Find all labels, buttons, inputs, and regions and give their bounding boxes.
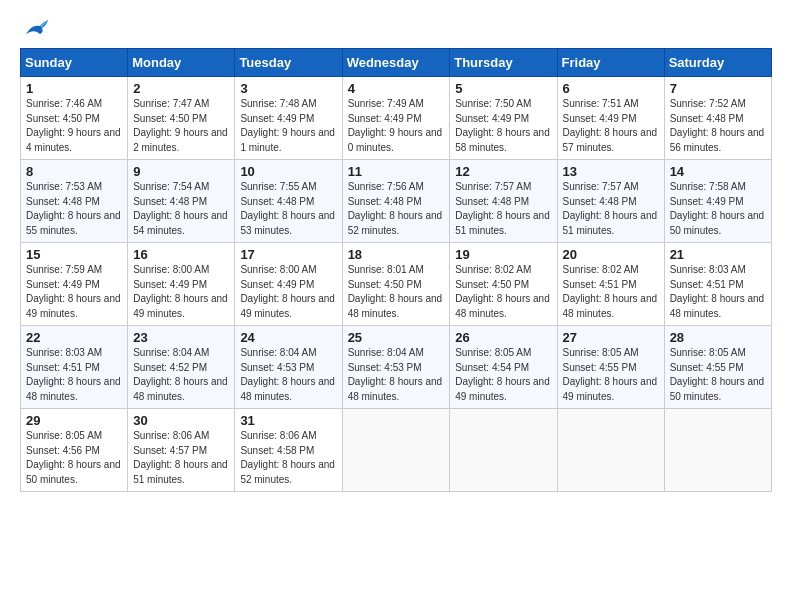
day-info: Sunrise: 7:58 AMSunset: 4:49 PMDaylight:… <box>670 181 765 236</box>
day-number: 1 <box>26 81 122 96</box>
day-info: Sunrise: 7:52 AMSunset: 4:48 PMDaylight:… <box>670 98 765 153</box>
day-info: Sunrise: 8:05 AMSunset: 4:55 PMDaylight:… <box>670 347 765 402</box>
day-info: Sunrise: 7:57 AMSunset: 4:48 PMDaylight:… <box>455 181 550 236</box>
day-number: 10 <box>240 164 336 179</box>
day-number: 8 <box>26 164 122 179</box>
calendar-cell: 4 Sunrise: 7:49 AMSunset: 4:49 PMDayligh… <box>342 77 450 160</box>
calendar-cell: 2 Sunrise: 7:47 AMSunset: 4:50 PMDayligh… <box>128 77 235 160</box>
day-number: 30 <box>133 413 229 428</box>
day-info: Sunrise: 7:56 AMSunset: 4:48 PMDaylight:… <box>348 181 443 236</box>
day-number: 20 <box>563 247 659 262</box>
day-number: 25 <box>348 330 445 345</box>
calendar-header-row: SundayMondayTuesdayWednesdayThursdayFrid… <box>21 49 772 77</box>
calendar-cell <box>450 409 557 492</box>
calendar-week-2: 8 Sunrise: 7:53 AMSunset: 4:48 PMDayligh… <box>21 160 772 243</box>
day-number: 22 <box>26 330 122 345</box>
calendar-cell: 23 Sunrise: 8:04 AMSunset: 4:52 PMDaylig… <box>128 326 235 409</box>
day-number: 29 <box>26 413 122 428</box>
calendar-cell: 18 Sunrise: 8:01 AMSunset: 4:50 PMDaylig… <box>342 243 450 326</box>
page: SundayMondayTuesdayWednesdayThursdayFrid… <box>0 0 792 502</box>
day-number: 24 <box>240 330 336 345</box>
day-info: Sunrise: 7:51 AMSunset: 4:49 PMDaylight:… <box>563 98 658 153</box>
day-number: 18 <box>348 247 445 262</box>
day-number: 6 <box>563 81 659 96</box>
day-number: 21 <box>670 247 766 262</box>
col-header-thursday: Thursday <box>450 49 557 77</box>
day-number: 16 <box>133 247 229 262</box>
day-info: Sunrise: 8:05 AMSunset: 4:54 PMDaylight:… <box>455 347 550 402</box>
calendar-cell: 17 Sunrise: 8:00 AMSunset: 4:49 PMDaylig… <box>235 243 342 326</box>
day-info: Sunrise: 8:03 AMSunset: 4:51 PMDaylight:… <box>670 264 765 319</box>
col-header-tuesday: Tuesday <box>235 49 342 77</box>
calendar-cell: 13 Sunrise: 7:57 AMSunset: 4:48 PMDaylig… <box>557 160 664 243</box>
calendar-cell: 14 Sunrise: 7:58 AMSunset: 4:49 PMDaylig… <box>664 160 771 243</box>
col-header-wednesday: Wednesday <box>342 49 450 77</box>
day-info: Sunrise: 7:57 AMSunset: 4:48 PMDaylight:… <box>563 181 658 236</box>
day-info: Sunrise: 8:01 AMSunset: 4:50 PMDaylight:… <box>348 264 443 319</box>
calendar-cell: 12 Sunrise: 7:57 AMSunset: 4:48 PMDaylig… <box>450 160 557 243</box>
day-number: 26 <box>455 330 551 345</box>
calendar-cell: 11 Sunrise: 7:56 AMSunset: 4:48 PMDaylig… <box>342 160 450 243</box>
calendar-cell: 24 Sunrise: 8:04 AMSunset: 4:53 PMDaylig… <box>235 326 342 409</box>
day-info: Sunrise: 8:06 AMSunset: 4:58 PMDaylight:… <box>240 430 335 485</box>
day-number: 9 <box>133 164 229 179</box>
calendar-cell: 8 Sunrise: 7:53 AMSunset: 4:48 PMDayligh… <box>21 160 128 243</box>
day-number: 5 <box>455 81 551 96</box>
day-info: Sunrise: 8:02 AMSunset: 4:50 PMDaylight:… <box>455 264 550 319</box>
calendar-cell: 21 Sunrise: 8:03 AMSunset: 4:51 PMDaylig… <box>664 243 771 326</box>
calendar-week-1: 1 Sunrise: 7:46 AMSunset: 4:50 PMDayligh… <box>21 77 772 160</box>
day-number: 14 <box>670 164 766 179</box>
day-number: 13 <box>563 164 659 179</box>
day-number: 23 <box>133 330 229 345</box>
col-header-friday: Friday <box>557 49 664 77</box>
day-info: Sunrise: 7:47 AMSunset: 4:50 PMDaylight:… <box>133 98 228 153</box>
logo-bird-icon <box>22 16 50 38</box>
calendar-cell: 1 Sunrise: 7:46 AMSunset: 4:50 PMDayligh… <box>21 77 128 160</box>
calendar-cell: 16 Sunrise: 8:00 AMSunset: 4:49 PMDaylig… <box>128 243 235 326</box>
col-header-monday: Monday <box>128 49 235 77</box>
day-number: 27 <box>563 330 659 345</box>
calendar-week-5: 29 Sunrise: 8:05 AMSunset: 4:56 PMDaylig… <box>21 409 772 492</box>
day-info: Sunrise: 7:49 AMSunset: 4:49 PMDaylight:… <box>348 98 443 153</box>
logo <box>20 16 50 38</box>
header <box>20 16 772 38</box>
calendar-cell: 3 Sunrise: 7:48 AMSunset: 4:49 PMDayligh… <box>235 77 342 160</box>
calendar-cell: 27 Sunrise: 8:05 AMSunset: 4:55 PMDaylig… <box>557 326 664 409</box>
col-header-saturday: Saturday <box>664 49 771 77</box>
calendar-cell: 7 Sunrise: 7:52 AMSunset: 4:48 PMDayligh… <box>664 77 771 160</box>
col-header-sunday: Sunday <box>21 49 128 77</box>
day-info: Sunrise: 8:05 AMSunset: 4:56 PMDaylight:… <box>26 430 121 485</box>
calendar-cell: 30 Sunrise: 8:06 AMSunset: 4:57 PMDaylig… <box>128 409 235 492</box>
day-info: Sunrise: 7:53 AMSunset: 4:48 PMDaylight:… <box>26 181 121 236</box>
day-info: Sunrise: 8:02 AMSunset: 4:51 PMDaylight:… <box>563 264 658 319</box>
day-number: 2 <box>133 81 229 96</box>
calendar-cell: 15 Sunrise: 7:59 AMSunset: 4:49 PMDaylig… <box>21 243 128 326</box>
calendar-cell: 28 Sunrise: 8:05 AMSunset: 4:55 PMDaylig… <box>664 326 771 409</box>
day-info: Sunrise: 8:06 AMSunset: 4:57 PMDaylight:… <box>133 430 228 485</box>
calendar-cell: 5 Sunrise: 7:50 AMSunset: 4:49 PMDayligh… <box>450 77 557 160</box>
day-info: Sunrise: 8:04 AMSunset: 4:52 PMDaylight:… <box>133 347 228 402</box>
day-info: Sunrise: 7:46 AMSunset: 4:50 PMDaylight:… <box>26 98 121 153</box>
day-info: Sunrise: 8:04 AMSunset: 4:53 PMDaylight:… <box>348 347 443 402</box>
day-info: Sunrise: 7:54 AMSunset: 4:48 PMDaylight:… <box>133 181 228 236</box>
day-number: 15 <box>26 247 122 262</box>
calendar-cell: 9 Sunrise: 7:54 AMSunset: 4:48 PMDayligh… <box>128 160 235 243</box>
calendar-cell: 19 Sunrise: 8:02 AMSunset: 4:50 PMDaylig… <box>450 243 557 326</box>
day-number: 28 <box>670 330 766 345</box>
day-number: 3 <box>240 81 336 96</box>
calendar-cell: 20 Sunrise: 8:02 AMSunset: 4:51 PMDaylig… <box>557 243 664 326</box>
calendar-cell: 10 Sunrise: 7:55 AMSunset: 4:48 PMDaylig… <box>235 160 342 243</box>
day-info: Sunrise: 8:04 AMSunset: 4:53 PMDaylight:… <box>240 347 335 402</box>
calendar-cell: 6 Sunrise: 7:51 AMSunset: 4:49 PMDayligh… <box>557 77 664 160</box>
day-number: 31 <box>240 413 336 428</box>
calendar-cell: 25 Sunrise: 8:04 AMSunset: 4:53 PMDaylig… <box>342 326 450 409</box>
day-number: 12 <box>455 164 551 179</box>
day-number: 19 <box>455 247 551 262</box>
day-number: 17 <box>240 247 336 262</box>
day-info: Sunrise: 8:00 AMSunset: 4:49 PMDaylight:… <box>240 264 335 319</box>
day-number: 11 <box>348 164 445 179</box>
day-info: Sunrise: 7:50 AMSunset: 4:49 PMDaylight:… <box>455 98 550 153</box>
day-info: Sunrise: 8:03 AMSunset: 4:51 PMDaylight:… <box>26 347 121 402</box>
day-info: Sunrise: 7:55 AMSunset: 4:48 PMDaylight:… <box>240 181 335 236</box>
calendar-cell: 29 Sunrise: 8:05 AMSunset: 4:56 PMDaylig… <box>21 409 128 492</box>
